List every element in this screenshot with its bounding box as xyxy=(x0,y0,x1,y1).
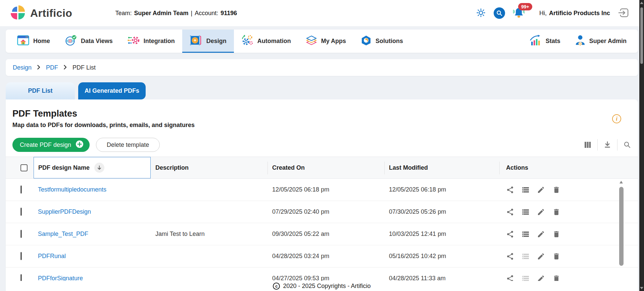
account-value: 91196 xyxy=(220,10,237,17)
app-header: Artificio Team: Super Admin Team | Accou… xyxy=(0,0,639,26)
edit-icon[interactable] xyxy=(537,275,545,281)
details-icon[interactable] xyxy=(522,275,530,281)
delete-icon[interactable] xyxy=(552,252,560,260)
footer: c 2020 - 2025 Copyrights - Artificio xyxy=(6,281,638,291)
my-apps-icon xyxy=(306,35,317,47)
nav-label: Home xyxy=(33,38,50,45)
nav-item-stats[interactable]: Stats xyxy=(522,30,568,53)
breadcrumb-design[interactable]: Design xyxy=(13,64,32,71)
pdf-design-link[interactable]: Sample_Test_PDF xyxy=(38,231,88,237)
edit-icon[interactable] xyxy=(537,230,545,238)
table-scrollbar[interactable] xyxy=(619,180,624,281)
theme-toggle-button[interactable] xyxy=(476,8,486,18)
user-greeting: Hi, Artificio Products Inc xyxy=(539,10,610,17)
logo-wordmark: Artificio xyxy=(30,7,72,19)
pdf-design-link[interactable]: PDFforSignature xyxy=(38,275,83,281)
details-icon[interactable] xyxy=(522,252,530,260)
pdf-design-link[interactable]: SupplierPDFDesign xyxy=(38,208,91,215)
share-icon[interactable] xyxy=(506,275,514,281)
nav-label: Design xyxy=(206,38,227,45)
nav-label: Super Admin xyxy=(589,38,627,45)
nav-item-my-apps[interactable]: My Apps xyxy=(298,30,353,53)
app-page: Artificio Team: Super Admin Team | Accou… xyxy=(0,0,644,291)
create-pdf-design-button[interactable]: Create PDF design xyxy=(12,138,90,152)
pdf-design-link[interactable]: Testformultipledocuments xyxy=(38,186,106,193)
nav-item-integration[interactable]: Integration xyxy=(120,30,182,53)
share-icon[interactable] xyxy=(506,208,514,216)
logo-icon xyxy=(10,5,26,22)
nav-item-design[interactable]: Design xyxy=(182,30,234,53)
team-name: Super Admin Team xyxy=(134,10,188,17)
global-search-button[interactable] xyxy=(494,7,505,19)
info-icon[interactable]: i xyxy=(612,114,621,123)
edit-icon[interactable] xyxy=(537,252,545,260)
details-icon[interactable] xyxy=(522,230,530,238)
delete-icon[interactable] xyxy=(552,275,560,281)
delete-icon[interactable] xyxy=(552,208,560,216)
search-icon xyxy=(494,7,505,19)
edit-icon[interactable] xyxy=(537,186,545,194)
create-button-label: Create PDF design xyxy=(20,141,71,149)
pdf-design-link[interactable]: PDFRunal xyxy=(38,253,66,259)
nav-item-home[interactable]: Home xyxy=(10,30,57,53)
page-subtitle: Map data to PDFs for downloads, prints, … xyxy=(12,121,631,129)
columns-icon[interactable] xyxy=(584,141,592,149)
nav-item-solutions[interactable]: Solutions xyxy=(353,30,410,53)
sort-desc-icon[interactable] xyxy=(94,163,104,173)
column-header-modified[interactable]: Last Modified xyxy=(384,157,499,178)
chevron-right-icon xyxy=(64,64,67,71)
tab-ai-generated-pdfs[interactable]: AI Generated PDFs xyxy=(78,82,146,99)
row-created: 04/27/2025 09:53 pm xyxy=(267,275,384,281)
toolbar-divider xyxy=(597,139,598,151)
nav-item-automation[interactable]: Automation xyxy=(234,30,298,53)
column-header-name-label: PDF design Name xyxy=(38,164,90,171)
delete-template-button[interactable]: Delete template xyxy=(96,138,160,152)
notification-badge: 99+ xyxy=(518,3,532,10)
page-scrollbar[interactable] xyxy=(639,0,644,291)
row-checkbox[interactable] xyxy=(20,252,22,260)
stats-icon xyxy=(529,35,542,48)
tab-pdf-list[interactable]: PDF List xyxy=(6,82,75,99)
row-checkbox[interactable] xyxy=(20,274,22,281)
nav-item-super-admin[interactable]: Super Admin xyxy=(568,30,634,53)
scrollbar-down-icon[interactable] xyxy=(640,287,643,289)
download-icon[interactable] xyxy=(603,141,611,149)
row-modified: 07/30/2025 05:26 pm xyxy=(384,208,499,215)
row-checkbox[interactable] xyxy=(20,185,22,194)
edit-icon[interactable] xyxy=(537,208,545,216)
app-logo[interactable]: Artificio xyxy=(10,5,72,22)
breadcrumb-pdf-list: PDF List xyxy=(72,64,96,71)
row-created: 04/28/2025 03:24 pm xyxy=(267,253,384,260)
card-body: PDF Templates Map data to PDFs for downl… xyxy=(6,99,638,281)
column-header-name[interactable]: PDF design Name xyxy=(34,157,151,178)
row-modified: 04/28/2025 11:33 am xyxy=(384,275,499,281)
details-icon[interactable] xyxy=(522,186,530,194)
logout-button[interactable] xyxy=(618,8,629,19)
pdf-templates-table: PDF design Name Description Created On L… xyxy=(6,157,638,281)
table-search-icon[interactable] xyxy=(623,141,631,149)
design-icon xyxy=(190,35,202,48)
page-title: PDF Templates xyxy=(12,108,631,119)
share-icon[interactable] xyxy=(506,252,514,260)
share-icon[interactable] xyxy=(506,186,514,194)
delete-icon[interactable] xyxy=(552,186,560,194)
share-icon[interactable] xyxy=(506,230,514,238)
details-icon[interactable] xyxy=(522,208,530,216)
automation-icon xyxy=(241,35,253,48)
row-checkbox[interactable] xyxy=(20,208,22,216)
breadcrumb-pdf[interactable]: PDF xyxy=(46,64,58,71)
row-checkbox[interactable] xyxy=(20,230,22,238)
scroll-up-icon[interactable] xyxy=(620,181,623,183)
select-all-checkbox[interactable] xyxy=(20,164,28,171)
scrollbar-up-icon[interactable] xyxy=(640,2,643,4)
notifications-button[interactable]: 99+ xyxy=(513,7,525,19)
table-scrollbar-thumb[interactable] xyxy=(619,187,624,266)
column-header-created[interactable]: Created On xyxy=(267,157,384,178)
breadcrumb: Design PDF PDF List xyxy=(6,59,638,76)
nav-item-data-views[interactable]: Data Views xyxy=(57,30,120,53)
nav-label: Integration xyxy=(144,38,175,45)
integration-icon xyxy=(128,35,140,47)
delete-icon[interactable] xyxy=(552,230,560,238)
page-scrollbar-thumb[interactable] xyxy=(640,7,643,64)
column-header-description[interactable]: Description xyxy=(151,157,267,178)
